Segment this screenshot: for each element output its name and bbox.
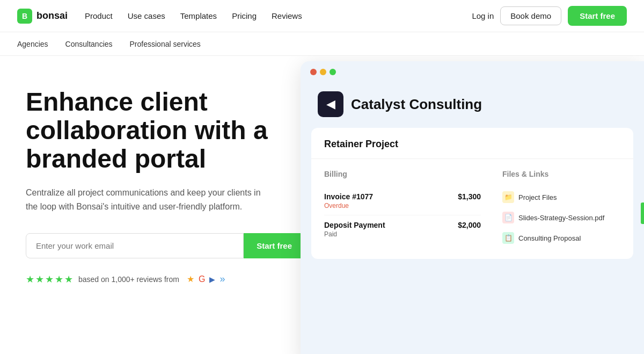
portal-card-header: Retainer Project	[311, 128, 633, 159]
portal-card-body: Billing Invoice #1077 Overdue $1,300 Dep…	[311, 159, 633, 259]
file-name-slides: Slides-Strategy-Session.pdf	[518, 214, 604, 222]
star-5: ★	[64, 273, 73, 285]
nav-reviews[interactable]: Reviews	[272, 11, 302, 20]
star-3: ★	[45, 273, 54, 285]
logo-icon: B	[17, 9, 32, 24]
file-item-proposal[interactable]: 📋 Consulting Proposal	[502, 228, 620, 248]
portal-header: ◀ Catalyst Consulting	[301, 83, 644, 128]
file-name-proposal: Consulting Proposal	[518, 234, 581, 242]
portal-logo-icon: ◀	[326, 97, 335, 111]
invoice-status: Overdue	[324, 202, 373, 209]
window-dots	[301, 61, 644, 83]
subnav-consultancies[interactable]: Consultancies	[65, 40, 113, 48]
invoice-name: Invoice #1077	[324, 192, 373, 201]
file-name-project: Project Files	[518, 193, 557, 201]
dot-maximize	[330, 69, 336, 75]
star-4: ★	[55, 273, 63, 285]
book-demo-button[interactable]: Book demo	[500, 6, 561, 25]
portal-project-title: Retainer Project	[324, 139, 398, 149]
star-1: ★	[26, 273, 34, 285]
billing-item-deposit: Deposit Payment Paid $2,000	[324, 215, 481, 243]
pdf-icon: 📄	[502, 212, 514, 223]
file-item-slides[interactable]: 📄 Slides-Strategy-Session.pdf	[502, 207, 620, 228]
main-content: Enhance client collaboration with a bran…	[0, 56, 644, 354]
subnav-agencies[interactable]: Agencies	[17, 40, 48, 48]
dot-minimize	[320, 69, 326, 75]
files-label: Files & Links	[502, 170, 620, 178]
portal-card: Retainer Project Billing Invoice #1077 O…	[311, 128, 633, 259]
dot-close	[310, 69, 317, 75]
portal-company-name: Catalyst Consulting	[351, 96, 482, 113]
appsumo-logo: ★	[187, 274, 194, 284]
main-nav: Product Use cases Templates Pricing Revi…	[85, 11, 302, 20]
star-rating: ★ ★ ★ ★ ★	[26, 273, 73, 285]
header-left: B bonsai Product Use cases Templates Pri…	[17, 9, 302, 24]
nav-templates[interactable]: Templates	[180, 11, 217, 20]
folder-icon: 📁	[502, 191, 514, 203]
invoice-amount: $1,300	[458, 192, 481, 201]
portal-company-logo: ◀	[318, 91, 343, 117]
review-logos: ★ G ▶ »	[187, 273, 225, 285]
email-input[interactable]	[26, 233, 244, 258]
star-2: ★	[35, 273, 44, 285]
logo-text: bonsai	[36, 10, 68, 21]
hero-title: Enhance client collaboration with a bran…	[26, 88, 305, 173]
billing-item-invoice: Invoice #1077 Overdue $1,300	[324, 187, 481, 215]
header-right: Log in Book demo Start free	[472, 6, 627, 26]
billing-section: Billing Invoice #1077 Overdue $1,300 Dep…	[324, 170, 481, 248]
deposit-amount: $2,000	[458, 221, 481, 229]
deposit-name: Deposit Payment	[324, 221, 385, 229]
nav-use-cases[interactable]: Use cases	[128, 11, 165, 20]
nav-pricing[interactable]: Pricing	[232, 11, 257, 20]
file-item-project[interactable]: 📁 Project Files	[502, 187, 620, 207]
email-form: Start free	[26, 233, 305, 258]
subnav-professional-services[interactable]: Professional services	[130, 40, 201, 48]
nav-product[interactable]: Product	[85, 11, 113, 20]
files-section: Files & Links 📁 Project Files 📄 Slides-S…	[502, 170, 620, 248]
start-free-header-button[interactable]: Start free	[568, 6, 627, 26]
portal-preview: ◀ Catalyst Consulting Retainer Project B…	[290, 56, 644, 354]
getapp-logo: »	[219, 273, 225, 285]
hero-subtitle: Centralize all project communications an…	[26, 186, 262, 213]
portal-window: ◀ Catalyst Consulting Retainer Project B…	[301, 61, 644, 354]
g2-logo: G	[199, 274, 205, 284]
subnav: Agencies Consultancies Professional serv…	[0, 32, 644, 56]
reviews-section: ★ ★ ★ ★ ★ based on 1,000+ reviews from ★…	[26, 273, 305, 285]
logo[interactable]: B bonsai	[17, 9, 68, 24]
billing-label: Billing	[324, 170, 481, 178]
header: B bonsai Product Use cases Templates Pri…	[0, 0, 644, 32]
capterra-logo: ▶	[209, 275, 215, 284]
sidebar-indicator	[641, 203, 644, 224]
hero-section: Enhance client collaboration with a bran…	[0, 56, 322, 354]
proposal-icon: 📋	[502, 232, 514, 244]
deposit-status: Paid	[324, 230, 385, 238]
login-button[interactable]: Log in	[472, 11, 494, 20]
review-text: based on 1,000+ reviews from	[78, 275, 179, 284]
